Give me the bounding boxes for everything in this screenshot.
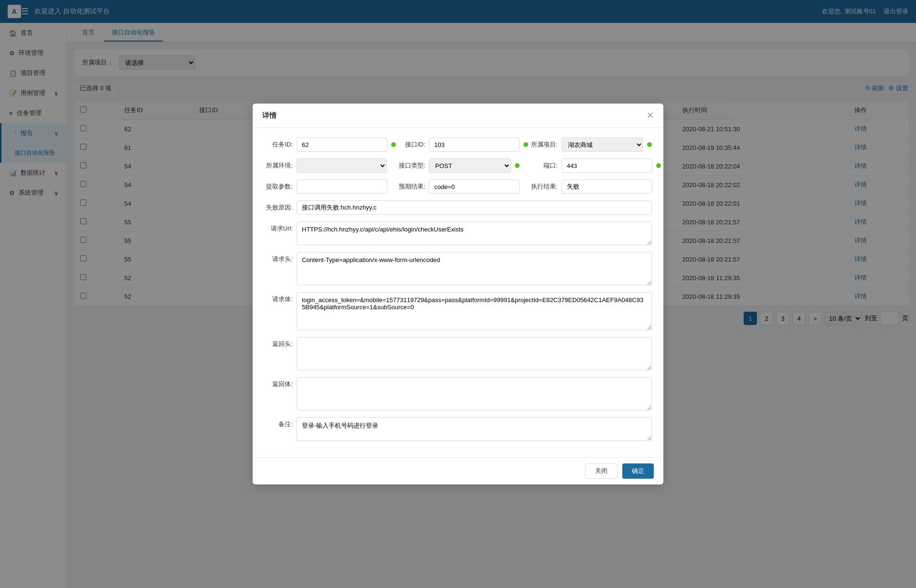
field-return-body: 返回体: bbox=[264, 377, 652, 410]
request-header-textarea[interactable]: Content-Type=application/x-www-form-urle… bbox=[297, 252, 652, 285]
field-request-header: 请求头: Content-Type=application/x-www-form… bbox=[264, 252, 652, 285]
field-env: 所属环境: bbox=[264, 158, 387, 173]
port-input[interactable] bbox=[562, 158, 652, 173]
env-select[interactable] bbox=[297, 158, 387, 173]
modal-detail: 详情 ✕ 任务ID: 接口ID: 所属项目: 湖农商城 bbox=[253, 104, 663, 484]
field-request-body: 请求体: login_access_token=&mobile=15773119… bbox=[264, 292, 652, 330]
notes-textarea[interactable]: 登录-输入手机号码进行登录 bbox=[297, 417, 652, 441]
api-id-status-dot bbox=[523, 142, 528, 147]
modal-body: 任务ID: 接口ID: 所属项目: 湖农商城 bbox=[253, 128, 663, 457]
modal-overlay: 详情 ✕ 任务ID: 接口ID: 所属项目: 湖农商城 bbox=[0, 0, 916, 588]
request-header-label: 请求头: bbox=[264, 252, 293, 263]
expected-input[interactable] bbox=[429, 179, 520, 194]
modal-title: 详情 bbox=[262, 111, 277, 120]
modal-confirm-btn[interactable]: 确定 bbox=[622, 463, 654, 479]
expected-label: 预期结果: bbox=[396, 182, 425, 191]
request-body-label: 请求体: bbox=[264, 292, 293, 304]
form-row-4: 失败原因: bbox=[264, 200, 652, 215]
port-label: 端口: bbox=[529, 161, 558, 170]
field-failure-reason: 失败原因: bbox=[264, 200, 652, 215]
api-id-input[interactable] bbox=[429, 137, 520, 152]
api-type-label: 接口类型: bbox=[396, 161, 425, 170]
fetch-params-input[interactable] bbox=[297, 179, 387, 194]
exec-result-label: 执行结果: bbox=[529, 182, 558, 191]
field-api-type: 接口类型: POST bbox=[396, 158, 519, 173]
request-url-textarea[interactable]: HTTPS://hch.hnzhyy.c/api/c/api/ehis/logi… bbox=[297, 221, 652, 245]
form-row-1: 任务ID: 接口ID: 所属项目: 湖农商城 bbox=[264, 137, 652, 152]
form-row-3: 提取参数: 预期结果: 执行结果: bbox=[264, 179, 652, 194]
modal-cancel-btn[interactable]: 关闭 bbox=[585, 463, 618, 479]
project-label: 所属项目: bbox=[529, 140, 558, 149]
request-body-textarea[interactable]: login_access_token=&mobile=15773119729&p… bbox=[297, 292, 652, 330]
field-notes: 备注: 登录-输入手机号码进行登录 bbox=[264, 417, 652, 441]
failure-reason-label: 失败原因: bbox=[264, 203, 293, 212]
field-exec-result: 执行结果: bbox=[529, 179, 652, 194]
port-status-dot bbox=[656, 163, 661, 168]
return-body-label: 返回体: bbox=[264, 377, 293, 388]
field-project: 所属项目: 湖农商城 bbox=[529, 137, 652, 152]
field-port: 端口: bbox=[529, 158, 652, 173]
task-id-status-dot bbox=[391, 142, 396, 147]
task-id-label: 任务ID: bbox=[264, 140, 293, 149]
field-request-url: 请求Url: HTTPS://hch.hnzhyy.c/api/c/api/eh… bbox=[264, 221, 652, 245]
modal-header: 详情 ✕ bbox=[253, 104, 663, 128]
form-row-2: 所属环境: 接口类型: POST 端口: bbox=[264, 158, 652, 173]
notes-label: 备注: bbox=[264, 417, 293, 429]
return-body-textarea[interactable] bbox=[297, 377, 652, 410]
api-id-label: 接口ID: bbox=[396, 140, 425, 149]
return-header-label: 返回头: bbox=[264, 337, 293, 348]
project-select[interactable]: 湖农商城 bbox=[562, 137, 643, 152]
field-api-id: 接口ID: bbox=[396, 137, 519, 152]
env-label: 所属环境: bbox=[264, 161, 293, 170]
task-id-input[interactable] bbox=[297, 137, 387, 152]
field-return-header: 返回头: bbox=[264, 337, 652, 370]
request-url-label: 请求Url: bbox=[264, 221, 293, 233]
failure-reason-input[interactable] bbox=[297, 200, 652, 215]
field-fetch-params: 提取参数: bbox=[264, 179, 387, 194]
field-task-id: 任务ID: bbox=[264, 137, 387, 152]
field-expected: 预期结果: bbox=[396, 179, 519, 194]
api-type-select[interactable]: POST bbox=[429, 158, 511, 173]
modal-close-btn[interactable]: ✕ bbox=[647, 110, 654, 121]
exec-result-input[interactable] bbox=[562, 179, 652, 194]
return-header-textarea[interactable] bbox=[297, 337, 652, 370]
modal-footer: 关闭 确定 bbox=[253, 457, 663, 484]
api-type-status-dot bbox=[515, 163, 520, 168]
project-status-dot bbox=[647, 142, 652, 147]
fetch-params-label: 提取参数: bbox=[264, 182, 293, 191]
